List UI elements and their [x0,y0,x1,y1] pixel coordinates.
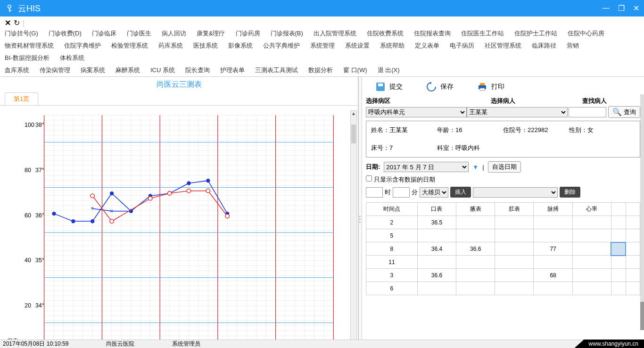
find-input[interactable] [569,107,606,117]
svg-point-129 [91,194,94,198]
menu-item[interactable]: 三测表工具测试 [255,64,304,76]
only-data-checkbox[interactable]: 只显示含有数据的日期 [366,176,435,183]
maximize-icon[interactable]: ❐ [618,4,625,13]
menu-item[interactable]: 公共字典维护 [263,40,305,52]
menu-item[interactable]: 住院中心药房 [568,27,610,40]
menu-item[interactable]: 体检系统 [60,52,90,64]
save-button[interactable]: 保存 [426,82,454,92]
statusbar: 2017年05月08日 10:10:59 尚医云医院 系统管理员 [0,340,644,348]
menu-item[interactable]: 临床路径 [532,40,562,52]
tool-refresh-icon[interactable]: ↻ [14,18,20,27]
date-caret-icon[interactable]: ▼ [472,164,479,171]
menu-item[interactable]: 门诊报表(B) [271,27,309,40]
date-select[interactable]: 2017 年 5 月 7 日 [384,162,469,172]
svg-text:34°: 34° [35,302,44,309]
svg-point-110 [91,219,94,223]
search-icon: 🔍 [612,108,622,116]
table-row[interactable]: 836.436.677 [366,242,640,256]
table-header: 肛表 [495,203,534,216]
svg-text:35°: 35° [35,257,44,264]
menu-item[interactable]: 系统管理 [310,40,340,52]
svg-text:36°: 36° [35,212,44,219]
print-button[interactable]: 打印 [477,82,504,92]
table-row[interactable]: 6 [366,282,640,295]
menu-item[interactable]: 住院护士工作站 [514,27,563,40]
menu-item[interactable]: 电子病历 [450,40,480,52]
menu-item[interactable]: 退 出(X) [378,64,405,76]
menu-item[interactable]: 门诊挂号(G) [5,27,44,40]
menubar: 门诊挂号(G)门诊收费(D)门诊临床门诊医生病人回访康复&理疗门诊药房门诊报表(… [0,27,644,76]
menu-item[interactable]: 门诊医生 [127,27,157,40]
menu-item[interactable]: 出入院管理系统 [314,27,362,40]
tab-page1[interactable]: 第1页 [5,92,38,105]
svg-text:40: 40 [25,257,31,264]
menu-item[interactable]: 住院医生工作站 [461,27,510,40]
menu-item[interactable]: 麻醉系统 [116,64,146,76]
tool-close-icon[interactable]: ✕ [5,18,11,27]
minimize-icon[interactable]: — [602,4,610,13]
menu-item[interactable]: 医技系统 [193,40,223,52]
svg-point-130 [110,219,114,223]
menu-item[interactable]: 护理表单 [220,64,250,76]
titlebar: 云HIS — ❐ ✕ [0,0,644,17]
menu-item[interactable]: 系统帮助 [380,40,410,52]
menu-item[interactable]: 传染病管理 [40,64,76,76]
form-panel: 提交 保存 打印 选择病区 选择病人 查找病人 呼吸内科单元 王某某 🔍 查询 [362,77,644,348]
insert-button[interactable]: 插入 [450,187,471,198]
data-table: 时间点口表腋表肛表脉搏心率 236.55836.436.67711336.668… [366,202,640,295]
patient-select[interactable]: 王某某 [467,107,568,117]
menu-item[interactable]: 门诊收费(D) [49,27,87,40]
menu-item[interactable]: 康复&理疗 [197,27,231,40]
auto-date-button[interactable]: 自选日期 [488,161,521,173]
close-icon[interactable]: ✕ [633,4,639,13]
menu-item[interactable]: 门诊药房 [236,27,266,40]
window-scrollbar[interactable] [640,94,644,330]
menu-item[interactable]: 病案系统 [81,64,111,76]
menu-item[interactable]: 血库系统 [5,64,35,76]
menu-item[interactable]: BI-数据挖掘分析 [5,52,55,64]
chart-tabs: 第1页 [0,92,358,106]
vertical-scrollbar[interactable]: ▲ [350,110,357,346]
menu-item[interactable]: 影像系统 [228,40,258,52]
menu-item[interactable]: 系统设置 [345,40,375,52]
find-label: 查找病人 [549,97,640,105]
splitter[interactable]: ▸▸▸ [358,77,362,348]
menu-item[interactable]: 检验管理系统 [111,40,154,52]
minute-input[interactable] [393,187,410,198]
table-row[interactable]: 236.5 [366,216,640,229]
menu-item[interactable]: 窗 口(W) [343,64,373,76]
svg-point-135 [225,214,229,218]
menu-item[interactable]: 院长查询 [185,64,215,76]
table-row[interactable]: 5 [366,229,640,242]
table-row[interactable]: 11 [366,256,640,269]
table-row[interactable]: 336.668 [366,269,640,282]
menu-item[interactable]: 病人回访 [162,27,192,40]
menu-item[interactable]: 药库系统 [158,40,189,52]
wide-select[interactable] [473,187,558,198]
submit-button[interactable]: 提交 [375,82,403,92]
menu-item[interactable]: 住院收费系统 [367,27,409,40]
hour-input[interactable] [366,187,383,198]
menu-item[interactable]: 门诊临床 [92,27,122,40]
chart-area: 1008060402038°37°36°35°34°××× 口表● 腋表X 肛表… [0,106,358,348]
menu-item[interactable]: 社区管理系统 [485,40,527,52]
menu-item[interactable]: ICU 系统 [150,64,181,76]
svg-rect-137 [378,83,383,86]
menu-item[interactable]: 营销 [567,40,585,52]
option-select[interactable]: 大雄贝 [420,187,448,198]
table-header: 时间点 [366,203,418,216]
menu-item[interactable]: 物资耗材管理系统 [5,40,59,52]
chart-svg: 1008060402038°37°36°35°34°××× [5,110,348,348]
watermark: www.shangyiyun.cn [575,340,644,348]
status-user: 系统管理员 [172,340,238,348]
ward-select[interactable]: 呼吸内科单元 [366,107,467,117]
delete-button[interactable]: 删除 [560,187,580,198]
menu-item[interactable]: 定义表单 [415,40,445,52]
menu-item[interactable]: 数据分析 [308,64,339,76]
svg-point-115 [187,181,190,185]
table-header: 口表 [417,203,456,216]
table-header [626,203,640,216]
menu-item[interactable]: 住院报表查询 [414,27,456,40]
search-button[interactable]: 🔍 查询 [608,106,640,118]
menu-item[interactable]: 住院字典维护 [64,40,107,52]
